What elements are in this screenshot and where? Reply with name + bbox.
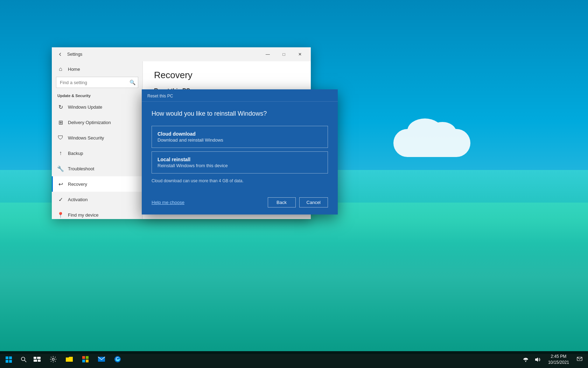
find-my-device-icon: 📍: [57, 212, 64, 218]
recovery-icon: ↩: [57, 181, 64, 187]
back-button[interactable]: [55, 49, 66, 60]
delivery-optimization-icon: ⊞: [57, 119, 64, 125]
sidebar-item-find-my-device[interactable]: 📍 Find my device: [52, 207, 142, 219]
windows-update-icon: ↻: [57, 104, 64, 110]
close-button[interactable]: ✕: [292, 49, 308, 60]
reset-note: Cloud download can use more than 4 GB of…: [152, 178, 328, 183]
reset-dialog-titlebar: Reset this PC: [142, 89, 338, 102]
svg-rect-12: [86, 356, 89, 359]
local-reinstall-title: Local reinstall: [158, 157, 322, 162]
settings-sidebar: ⌂ Home 🔍 Update & Security ↻ Windows Upd…: [52, 61, 143, 219]
svg-rect-8: [34, 360, 37, 362]
sidebar-item-windows-update[interactable]: ↻ Windows Update: [52, 99, 142, 115]
reset-dialog-content: How would you like to reinstall Windows?…: [142, 102, 338, 192]
svg-rect-6: [34, 357, 36, 359]
start-button[interactable]: [0, 351, 18, 368]
search-box: 🔍: [56, 77, 138, 88]
settings-titlebar: Settings — □ ✕: [52, 47, 311, 61]
page-title: Recovery: [154, 70, 300, 81]
backup-icon: ↑: [57, 150, 64, 156]
network-icon[interactable]: [520, 351, 531, 368]
cancel-button[interactable]: Cancel: [299, 197, 328, 207]
notification-center-icon[interactable]: [574, 351, 585, 368]
sidebar-nav-items: ↻ Windows Update ⊞ Delivery Optimization…: [52, 99, 142, 219]
search-icon: 🔍: [130, 80, 135, 85]
back-button[interactable]: Back: [268, 197, 296, 207]
local-reinstall-option[interactable]: Local reinstall Reinstall Windows from t…: [152, 151, 328, 173]
svg-rect-14: [86, 360, 89, 362]
reset-dialog-footer: Help me choose Back Cancel: [142, 192, 338, 214]
svg-rect-0: [6, 356, 8, 359]
minimize-button[interactable]: —: [260, 49, 276, 60]
svg-rect-2: [6, 360, 8, 363]
svg-rect-11: [82, 356, 85, 359]
home-icon: ⌂: [57, 66, 64, 72]
taskbar-app-edge[interactable]: [110, 351, 125, 368]
local-reinstall-desc: Reinstall Windows from this device: [158, 163, 322, 168]
taskview-button[interactable]: [30, 351, 44, 368]
sidebar-item-recovery[interactable]: ↩ Recovery: [52, 176, 142, 192]
taskbar-app-settings[interactable]: [46, 351, 61, 368]
cloud-download-option[interactable]: Cloud download Download and reinstall Wi…: [152, 126, 328, 148]
sidebar-nav-top: ⌂ Home: [52, 61, 142, 77]
sidebar-item-windows-security[interactable]: 🛡 Windows Security: [52, 130, 142, 145]
window-controls: — □ ✕: [260, 49, 308, 60]
search-input[interactable]: [56, 77, 138, 88]
reset-question: How would you like to reinstall Windows?: [152, 110, 328, 117]
dialog-buttons: Back Cancel: [268, 197, 328, 207]
svg-point-10: [52, 358, 54, 360]
reset-dialog: Reset this PC How would you like to rein…: [142, 89, 338, 214]
taskbar-app-store[interactable]: [78, 351, 93, 368]
troubleshoot-icon: 🔧: [57, 165, 64, 172]
svg-rect-13: [82, 360, 85, 362]
sidebar-item-delivery-optimization[interactable]: ⊞ Delivery Optimization: [52, 115, 142, 130]
svg-line-5: [24, 360, 26, 362]
sidebar-item-troubleshoot[interactable]: 🔧 Troubleshoot: [52, 161, 142, 176]
svg-point-4: [21, 357, 25, 361]
taskbar-clock[interactable]: 2:45 PM 10/15/2021: [544, 351, 573, 368]
svg-rect-1: [9, 356, 12, 359]
activation-icon: ✓: [57, 196, 64, 203]
taskbar: 2:45 PM 10/15/2021: [0, 351, 588, 368]
sidebar-item-home[interactable]: ⌂ Home: [52, 61, 142, 77]
cloud-download-title: Cloud download: [158, 131, 322, 137]
maximize-button[interactable]: □: [276, 49, 292, 60]
taskbar-systray: 2:45 PM 10/15/2021: [517, 351, 588, 368]
taskbar-app-mail[interactable]: [94, 351, 109, 368]
windows-security-icon: 🛡: [57, 135, 64, 141]
help-link[interactable]: Help me choose: [152, 200, 184, 205]
sidebar-category: Update & Security: [52, 91, 142, 99]
app-title: Settings: [66, 52, 260, 57]
svg-rect-7: [37, 357, 41, 359]
volume-icon[interactable]: [532, 351, 543, 368]
svg-rect-9: [38, 360, 41, 362]
taskbar-search-button[interactable]: [18, 351, 30, 368]
taskbar-app-fileexplorer[interactable]: [62, 351, 77, 368]
cloud-download-desc: Download and reinstall Windows: [158, 137, 322, 143]
sidebar-item-activation[interactable]: ✓ Activation: [52, 192, 142, 207]
taskbar-apps: [44, 351, 127, 368]
cloud: [393, 129, 470, 157]
svg-rect-3: [9, 360, 12, 363]
sidebar-item-backup[interactable]: ↑ Backup: [52, 145, 142, 161]
svg-marker-18: [535, 357, 538, 362]
svg-point-17: [525, 361, 526, 362]
